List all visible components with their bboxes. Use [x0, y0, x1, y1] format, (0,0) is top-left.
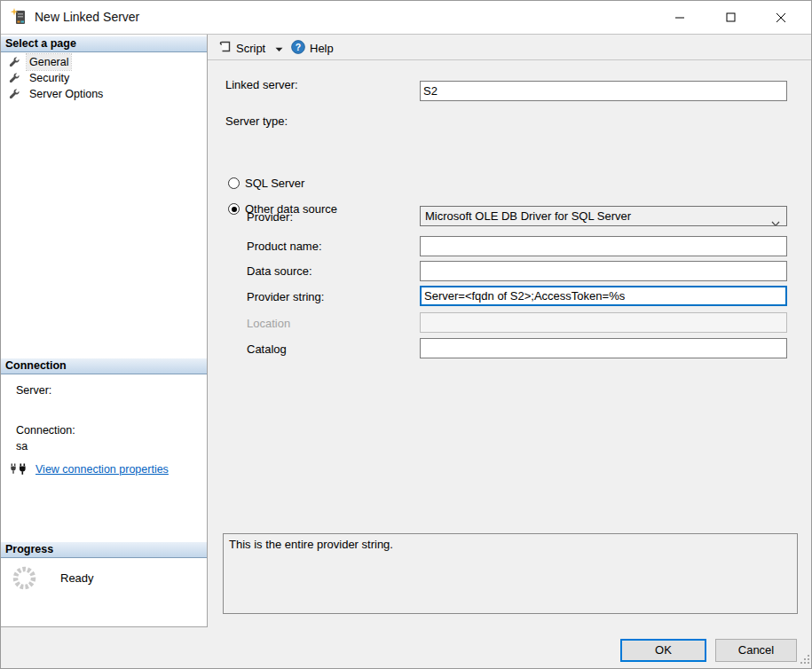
- wrench-icon: [9, 89, 20, 105]
- new-server-icon: [10, 8, 28, 26]
- help-icon: ?: [291, 40, 305, 57]
- linked-server-label: Linked server:: [225, 78, 298, 91]
- script-dropdown-button[interactable]: [272, 36, 286, 59]
- connection-properties-icon: [10, 463, 28, 480]
- help-button[interactable]: ? Help: [288, 36, 337, 59]
- script-icon: [218, 40, 232, 56]
- main-panel: Script ? Help Linked server: Server type…: [208, 35, 812, 627]
- server-type-label: Server type:: [225, 114, 288, 128]
- connection-label: Connection:: [16, 424, 75, 437]
- server-label: Server:: [16, 384, 51, 397]
- ok-button[interactable]: OK: [620, 639, 706, 662]
- sidebar-item-label: Server Options: [27, 86, 106, 102]
- cancel-button[interactable]: Cancel: [715, 639, 797, 662]
- sidebar-item-label: Security: [27, 70, 72, 86]
- sidebar-item-label: General: [27, 54, 71, 70]
- field-help-text: This is the entire provider string.: [229, 538, 393, 551]
- product-name-label: Product name:: [247, 240, 322, 253]
- progress-spinner-icon: [12, 566, 36, 590]
- toolbar: Script ? Help: [208, 36, 812, 60]
- radio-circle[interactable]: [228, 203, 240, 215]
- location-input: [420, 312, 787, 333]
- progress-status: Ready: [60, 571, 94, 585]
- radio-sql-server-label[interactable]: SQL Server: [245, 177, 304, 190]
- chevron-down-icon: [771, 214, 780, 226]
- location-label: Location: [247, 317, 290, 330]
- provider-string-label: Provider string:: [247, 290, 324, 303]
- svg-text:?: ?: [296, 41, 301, 51]
- provider-label: Provider:: [247, 210, 293, 224]
- close-button[interactable]: [761, 1, 801, 34]
- linked-server-input[interactable]: [420, 81, 787, 101]
- select-a-page-header: Select a page: [1, 36, 207, 52]
- titlebar: New Linked Server: [1, 1, 811, 35]
- field-help-text-box: This is the entire provider string.: [223, 533, 798, 614]
- progress-header: Progress: [1, 542, 207, 558]
- window-title: New Linked Server: [35, 10, 139, 24]
- catalog-label: Catalog: [247, 342, 287, 356]
- connection-header: Connection: [1, 358, 207, 374]
- sidebar-item-general[interactable]: General: [1, 54, 207, 70]
- connection-value: sa: [16, 440, 28, 453]
- sidebar: Select a page General Security Server Op…: [1, 35, 208, 627]
- radio-sql-server[interactable]: SQL Server: [228, 177, 304, 190]
- provider-dropdown-value: Microsoft OLE DB Driver for SQL Server: [425, 209, 631, 223]
- script-button[interactable]: Script: [215, 36, 269, 59]
- bottom-bar: OK Cancel: [1, 627, 812, 669]
- new-linked-server-dialog: New Linked Server Select a page General …: [0, 0, 812, 669]
- view-connection-properties-link[interactable]: View connection properties: [35, 463, 169, 476]
- script-button-label: Script: [236, 42, 265, 55]
- resize-grip[interactable]: [800, 654, 810, 667]
- radio-circle[interactable]: [228, 177, 240, 189]
- data-source-label: Data source:: [247, 264, 312, 278]
- minimize-button[interactable]: [659, 1, 700, 34]
- chevron-down-icon: [275, 42, 283, 55]
- provider-dropdown[interactable]: Microsoft OLE DB Driver for SQL Server: [420, 206, 787, 226]
- provider-string-input[interactable]: [420, 286, 787, 306]
- sidebar-item-server-options[interactable]: Server Options: [1, 86, 207, 102]
- product-name-input[interactable]: [420, 236, 787, 256]
- catalog-input[interactable]: [420, 338, 787, 358]
- maximize-button[interactable]: [710, 1, 751, 34]
- help-button-label: Help: [310, 42, 334, 55]
- data-source-input[interactable]: [420, 261, 787, 281]
- sidebar-item-security[interactable]: Security: [1, 70, 207, 86]
